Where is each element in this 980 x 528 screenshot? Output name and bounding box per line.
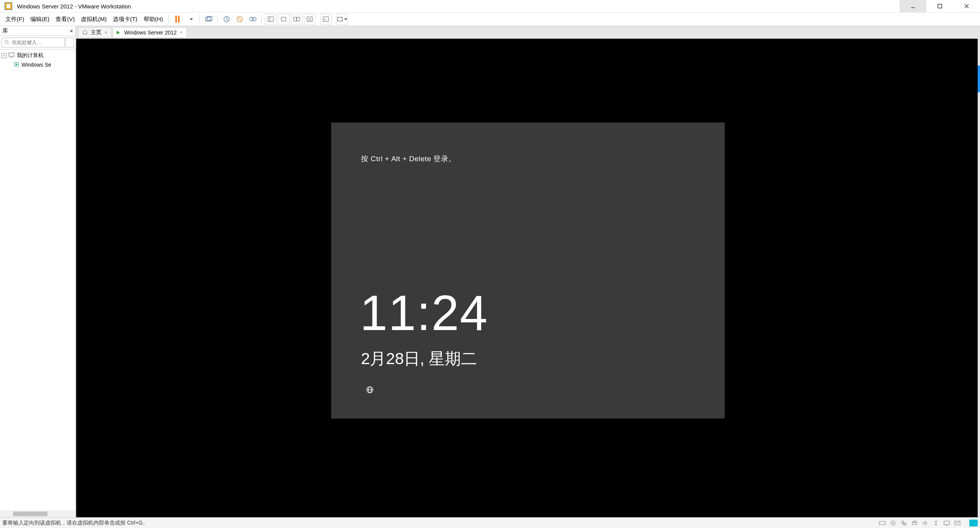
library-tree: 我的计算机 Windows Se [0, 49, 75, 71]
lock-clock: 11:24 [360, 288, 488, 338]
svg-rect-15 [307, 17, 312, 21]
svg-rect-38 [913, 521, 916, 522]
status-usb-icon[interactable] [932, 520, 940, 526]
power-dropdown[interactable] [185, 14, 196, 25]
console-button[interactable]: >_ [320, 14, 332, 25]
status-printer-icon[interactable] [910, 520, 919, 526]
home-icon [82, 29, 88, 36]
status-display-icon[interactable] [942, 520, 951, 526]
svg-point-21 [5, 40, 8, 43]
svg-line-42 [934, 521, 936, 522]
view-unity-button[interactable] [304, 14, 315, 25]
computer-icon [8, 52, 15, 59]
menu-view[interactable]: 查看(V) [52, 14, 78, 25]
svg-text:>_: >_ [324, 18, 328, 21]
menu-edit[interactable]: 编辑(E) [27, 14, 52, 25]
search-dropdown[interactable] [65, 38, 74, 47]
tree-child-label: Windows Se [21, 62, 51, 68]
close-button[interactable] [953, 0, 980, 13]
app-icon [5, 2, 12, 10]
lock-date: 2月28日, 星期二 [361, 348, 477, 369]
fullscreen-button[interactable] [336, 14, 348, 25]
view-multimon-button[interactable] [291, 14, 302, 25]
lock-prompt: 按 Ctrl + Alt + Delete 登录。 [361, 154, 456, 164]
svg-marker-39 [923, 521, 926, 525]
search-input[interactable]: 在此处键入… [2, 38, 65, 47]
svg-rect-12 [281, 17, 286, 21]
status-sound-icon[interactable] [921, 520, 929, 526]
menu-vm[interactable]: 虚拟机(M) [78, 14, 110, 25]
svg-point-40 [935, 524, 937, 525]
svg-rect-23 [9, 53, 14, 56]
window-title: Windows Server 2012 - VMware Workstation [17, 3, 900, 10]
vm-icon [14, 62, 19, 68]
send-cad-button[interactable] [203, 14, 214, 25]
snapshot-button[interactable] [221, 14, 232, 25]
menubar: 文件(F) 编辑(E) 查看(V) 虚拟机(M) 选项卡(T) 帮助(H) >_ [0, 13, 980, 26]
tree-child[interactable]: Windows Se [0, 60, 75, 69]
status-indicator-icon[interactable] [969, 520, 978, 526]
svg-marker-26 [16, 63, 18, 65]
titlebar: Windows Server 2012 - VMware Workstation [0, 0, 980, 13]
tab-vm[interactable]: Windows Server 2012 × [113, 27, 187, 38]
status-message-icon[interactable] [953, 520, 962, 526]
maximize-button[interactable] [926, 0, 953, 13]
status-harddisk-icon[interactable] [878, 520, 887, 526]
svg-line-43 [936, 521, 938, 522]
tab-home[interactable]: 主页 × [78, 27, 112, 38]
svg-point-32 [892, 522, 894, 524]
status-message: 要将输入定向到该虚拟机，请在虚拟机内部单击或按 Ctrl+G。 [2, 520, 148, 526]
svg-rect-1 [938, 4, 942, 8]
sidebar-close-button[interactable]: × [70, 28, 73, 34]
viewport-scrollbar[interactable] [978, 39, 980, 517]
sidebar-header: 库 × [0, 26, 75, 36]
tab-close-vm[interactable]: × [180, 29, 183, 35]
main-area: 主页 × Windows Server 2012 × 按 Ctrl + Alt … [76, 26, 980, 517]
tab-bar: 主页 × Windows Server 2012 × [76, 26, 980, 39]
svg-rect-20 [338, 17, 342, 21]
tab-vm-label: Windows Server 2012 [124, 29, 177, 36]
tree-root[interactable]: 我的计算机 [0, 51, 75, 60]
svg-rect-30 [879, 521, 885, 525]
menu-tabs[interactable]: 选项卡(T) [110, 14, 140, 25]
svg-point-31 [891, 521, 895, 525]
pause-button[interactable] [172, 14, 183, 25]
network-icon [366, 386, 374, 395]
search-icon [4, 39, 10, 46]
svg-line-22 [8, 43, 9, 44]
minimize-button[interactable] [900, 0, 926, 13]
sidebar-scrollbar[interactable] [0, 510, 75, 517]
view-thumbnail-button[interactable] [278, 14, 289, 25]
svg-rect-13 [294, 17, 297, 21]
svg-rect-33 [902, 521, 904, 523]
menu-file[interactable]: 文件(F) [2, 14, 27, 25]
status-cd-icon[interactable] [889, 520, 897, 526]
vm-viewport[interactable]: 按 Ctrl + Alt + Delete 登录。 11:24 2月28日, 星… [76, 39, 980, 517]
tree-root-label: 我的计算机 [17, 52, 44, 59]
collapse-icon[interactable] [2, 53, 7, 58]
statusbar: 要将输入定向到该虚拟机，请在虚拟机内部单击或按 Ctrl+G。 [0, 517, 980, 528]
tab-close-home[interactable]: × [105, 29, 108, 35]
vm-running-icon [117, 29, 121, 36]
status-icons [878, 520, 978, 526]
search-placeholder: 在此处键入… [12, 39, 42, 46]
svg-rect-44 [944, 521, 949, 525]
view-single-button[interactable] [265, 14, 276, 25]
status-network-icon[interactable] [900, 520, 908, 526]
svg-rect-14 [297, 17, 300, 21]
svg-rect-37 [912, 522, 917, 525]
tab-home-label: 主页 [91, 29, 101, 36]
sidebar-title: 库 [2, 27, 8, 34]
menu-help[interactable]: 帮助(H) [140, 14, 166, 25]
svg-point-9 [252, 17, 256, 21]
svg-rect-10 [268, 17, 273, 21]
guest-lock-screen[interactable]: 按 Ctrl + Alt + Delete 登录。 11:24 2月28日, 星… [331, 123, 725, 418]
sidebar: 库 × 在此处键入… 我的计算机 Windows Se [0, 26, 76, 517]
snapshot-manager-button[interactable] [247, 14, 258, 25]
pause-icon [175, 16, 180, 23]
snapshot-revert-button[interactable] [234, 14, 245, 25]
